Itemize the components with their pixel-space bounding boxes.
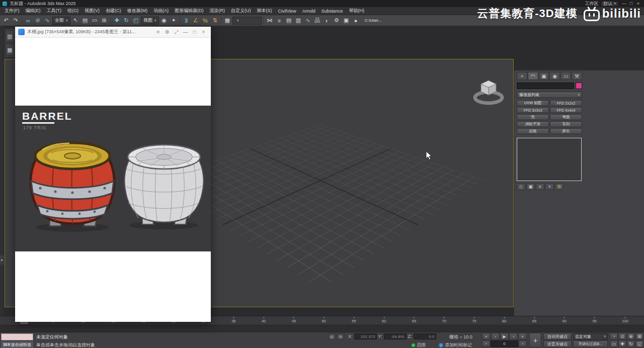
modifier-preset-button[interactable]: 晶格 (517, 128, 549, 134)
set-key-button[interactable]: 设置关键点 (543, 340, 572, 347)
menu-item[interactable]: 编辑(E) (23, 7, 44, 15)
zoom-all-icon[interactable]: ⊙ (618, 333, 626, 340)
track-bar[interactable] (0, 325, 644, 332)
viewer-minimize-button[interactable]: — (181, 28, 190, 36)
key-filters-button[interactable]: 关键点过滤器... (573, 340, 608, 347)
adaptive-degradation-toggle[interactable]: 启用 (412, 342, 426, 348)
select-and-manipulate-icon[interactable]: ✦ (169, 16, 178, 25)
previous-frame-button[interactable]: ‹ (491, 333, 500, 340)
align-icon[interactable]: ≡ (275, 16, 284, 25)
select-by-name-icon[interactable]: ▤ (80, 16, 90, 25)
tab-modify[interactable]: ◠ (528, 72, 538, 80)
app-logo-icon[interactable] (3, 2, 7, 6)
viewcube[interactable] (471, 77, 506, 107)
maximize-button[interactable]: □ (628, 1, 634, 6)
modifier-preset-button[interactable]: 涡轮平滑 (517, 121, 549, 127)
next-frame-button[interactable]: › (509, 333, 518, 340)
axis-constraint-y-icon[interactable]: ▦ (6, 44, 14, 56)
menu-item[interactable]: 组(G) (64, 7, 82, 15)
render-icon[interactable]: ● (351, 16, 360, 25)
minimize-button[interactable]: — (621, 1, 627, 6)
percent-snap-icon[interactable]: % (201, 16, 210, 25)
modifier-preset-button[interactable]: FFD 4x4x4 (550, 107, 582, 113)
menu-item[interactable]: 创建(C) (103, 7, 124, 15)
object-color-swatch[interactable] (576, 82, 582, 89)
tab-hierarchy[interactable]: ▣ (539, 72, 549, 80)
rendered-frame-icon[interactable]: ▣ (342, 16, 351, 25)
go-to-end-button[interactable]: » (518, 333, 527, 340)
object-name-field[interactable] (517, 82, 574, 89)
menu-item[interactable]: 自定义(U) (228, 7, 254, 15)
workspace-selector[interactable]: 默认 ▾ (601, 1, 618, 7)
play-button[interactable]: ▶ (500, 333, 509, 340)
axis-constraint-x-icon[interactable]: ▥ (6, 30, 14, 42)
scene-explorer-toggle[interactable]: ▸ (0, 255, 4, 265)
unlink-selection-icon[interactable]: ⊘ (33, 16, 42, 25)
zoom-region-icon[interactable]: ▭ (610, 340, 618, 347)
show-end-result-icon[interactable]: ▣ (526, 183, 535, 190)
material-editor-icon[interactable]: ◐ (323, 16, 332, 25)
frame-increment-button[interactable]: › (519, 340, 527, 347)
time-tag[interactable]: i 添加时间标记 (439, 342, 472, 348)
modifier-preset-button[interactable]: UVW 贴图 (517, 100, 549, 106)
menu-item[interactable]: 脚本(S) (254, 7, 275, 15)
viewer-close-button[interactable]: × (199, 28, 208, 36)
viewer-menu-button[interactable]: ≡ (154, 28, 163, 36)
viewer-settings-button[interactable]: ⚙ (163, 28, 172, 36)
maximize-viewport-icon[interactable]: ◱ (635, 340, 643, 347)
menu-item[interactable]: 图形编辑器(D) (172, 7, 207, 15)
isolate-toggle-icon[interactable]: ◎ (328, 333, 336, 340)
modifier-list-dropdown[interactable]: 修改器列表 ▾ (517, 92, 582, 98)
selection-lock-icon[interactable]: ⊝ (337, 333, 344, 340)
menu-item[interactable]: CivilView (275, 7, 299, 15)
maxscript-mini-listener[interactable] (1, 333, 33, 340)
make-unique-icon[interactable]: ≡ (536, 183, 544, 190)
close-button[interactable]: × (635, 1, 641, 6)
named-selection-dropdown[interactable]: ▾ (232, 17, 262, 25)
select-and-link-icon[interactable]: ∞ (24, 16, 33, 25)
rect-selection-region-icon[interactable]: ▭ (90, 16, 99, 25)
spinner-snap-icon[interactable]: ⇅ (210, 16, 219, 25)
auto-key-button[interactable]: 自动关键点 (543, 333, 572, 340)
redo-icon[interactable]: ↷ (11, 16, 20, 25)
pan-icon[interactable]: ✚ (618, 340, 626, 347)
modifier-preset-button[interactable]: 挤出 (550, 128, 582, 134)
modifier-preset-button[interactable]: 车削 (550, 121, 582, 127)
menu-item[interactable]: 渲染(R) (207, 7, 228, 15)
menu-item[interactable]: 视图(V) (82, 7, 103, 15)
select-object-icon[interactable]: ↖ (71, 16, 80, 25)
coord-x-field[interactable]: 102.373 (354, 333, 377, 339)
use-center-icon[interactable]: ◉ (159, 16, 169, 25)
coord-z-field[interactable]: 0.0 (414, 333, 436, 339)
modifier-preset-button[interactable]: FFD 2x2x2 (550, 100, 582, 106)
image-viewer-titlebar[interactable]: 木桶.jpg (736×548像素, 109KB) - 2345看图王 - 第1… (15, 27, 211, 38)
image-viewer-window[interactable]: 木桶.jpg (736×548像素, 109KB) - 2345看图王 - 第1… (15, 27, 211, 322)
menu-item[interactable]: Substance (318, 7, 346, 15)
coord-y-field[interactable]: -64.891 (384, 333, 407, 339)
image-viewer-canvas[interactable]: BARREL 179 TRIS (15, 38, 211, 322)
undo-icon[interactable]: ↶ (2, 16, 11, 25)
window-crossing-icon[interactable]: ⊞ (100, 16, 109, 25)
mirror-icon[interactable]: ⋈ (265, 16, 274, 25)
menu-item[interactable]: Arnold (299, 7, 318, 15)
schematic-view-icon[interactable]: 品 (313, 16, 322, 25)
tab-motion[interactable]: ◉ (549, 72, 560, 80)
set-keys-button[interactable]: + (529, 333, 541, 347)
viewer-fullscreen-button[interactable]: ⤢ (172, 28, 181, 36)
modifier-preset-button[interactable]: 壳 (517, 114, 549, 120)
key-filter-scope-dropdown[interactable]: 选定对象 ▾ (573, 333, 608, 340)
current-frame-field[interactable]: 0 (491, 340, 518, 347)
remove-modifier-icon[interactable]: × (545, 183, 554, 190)
zoom-icon[interactable]: ◔ (610, 333, 618, 340)
modifier-stack-list[interactable] (517, 138, 582, 181)
reference-coordinate-dropdown[interactable]: 视图 ▾ (141, 17, 159, 25)
zoom-extents-all-icon[interactable]: ⊞ (635, 333, 643, 340)
render-setup-icon[interactable]: ⚙ (332, 16, 341, 25)
go-to-start-button[interactable]: « (482, 333, 491, 340)
pin-stack-icon[interactable]: ◇ (517, 183, 525, 190)
angle-snap-icon[interactable]: ∠ (191, 16, 200, 25)
snaps-toggle-icon[interactable]: 3 (182, 16, 191, 25)
menu-item[interactable]: 帮助(H) (346, 7, 367, 15)
select-and-rotate-icon[interactable]: ↻ (122, 16, 131, 25)
ribbon-icon[interactable]: ▥ (294, 16, 303, 25)
